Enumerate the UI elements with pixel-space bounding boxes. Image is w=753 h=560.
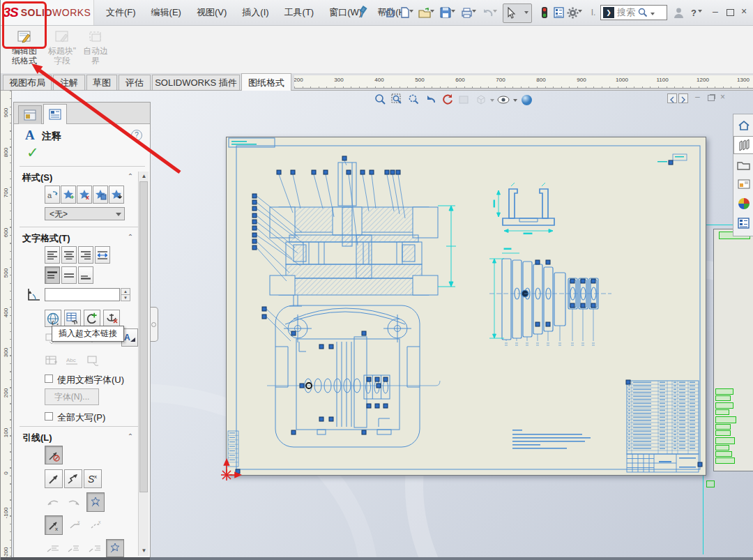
menu-item-0[interactable]: 文件(F) [98, 0, 144, 25]
lock-anchor-button[interactable] [103, 310, 120, 327]
print-dropdown[interactable] [472, 10, 476, 13]
style-dropdown[interactable]: <无> [45, 207, 125, 220]
print-button[interactable] [459, 5, 473, 20]
no-style-button[interactable]: a [45, 186, 60, 204]
undo-button[interactable] [480, 5, 494, 20]
angle-input[interactable] [45, 288, 120, 301]
login-user-icon[interactable] [671, 5, 685, 20]
justify-button[interactable] [95, 246, 110, 264]
new-document-button[interactable] [398, 5, 412, 20]
search-commands-icon[interactable]: ❯ [603, 7, 614, 18]
format-painter-icon[interactable] [85, 352, 102, 369]
search-icon[interactable] [638, 8, 648, 17]
link-to-property-button[interactable] [64, 310, 81, 327]
load-style-button[interactable] [109, 186, 124, 204]
panel-help-icon[interactable]: ? [131, 130, 142, 141]
leader-left-text-icon[interactable] [45, 540, 61, 557]
tab-3[interactable]: 评估 [119, 75, 151, 90]
graphics-area[interactable]: 9008007006005004003002001000-100-200 – × [1, 91, 753, 557]
scrollbar-thumb[interactable] [139, 181, 148, 492]
doc-minimize-icon[interactable]: – [695, 92, 700, 102]
property-manager-tab[interactable] [43, 104, 67, 124]
no-leader-button[interactable] [45, 446, 63, 464]
angle-spin-down[interactable]: ▼ [121, 294, 130, 301]
auto-leader-button[interactable] [86, 492, 105, 512]
ok-button[interactable]: ✓ [26, 144, 39, 161]
menu-item-4[interactable]: 工具(T) [277, 0, 322, 25]
home-tab-icon[interactable] [734, 116, 753, 135]
panel-scrollbar[interactable]: ▲ ▼ [138, 172, 149, 556]
section-view-icon[interactable] [457, 93, 471, 107]
arc-leader-left-icon[interactable] [45, 494, 61, 510]
minimize-button[interactable]: – [709, 6, 722, 17]
search-box[interactable]: ❯ 搜索 [600, 5, 667, 20]
spline-leader-button[interactable]: Sx [84, 469, 102, 488]
drawing-sheet[interactable] [226, 137, 706, 476]
select-tool-button[interactable] [503, 3, 532, 23]
scroll-up-icon[interactable]: ▲ [139, 172, 149, 181]
align-left-button[interactable] [45, 246, 60, 264]
search-dropdown[interactable] [651, 13, 655, 15]
doc-close-icon[interactable]: × [720, 92, 725, 102]
appearance-scene-icon[interactable] [519, 93, 534, 107]
view-palette-icon[interactable] [734, 175, 753, 193]
leader-section-header[interactable]: 引线(L) [22, 432, 52, 444]
properties-icon[interactable] [552, 5, 565, 20]
menu-item-3[interactable]: 插入(I) [234, 0, 276, 25]
align-center-button[interactable] [61, 246, 77, 264]
view-orientation-dropdown[interactable] [490, 99, 494, 102]
appearances-icon[interactable] [734, 195, 753, 213]
doc-next-icon[interactable] [678, 93, 688, 103]
close-button[interactable]: × [738, 6, 750, 17]
use-document-font-checkbox[interactable] [45, 374, 53, 383]
doc-prev-icon[interactable] [667, 93, 677, 103]
underline-leader-x-icon[interactable]: x [88, 516, 105, 533]
style-collapse-icon[interactable]: ⌃ [126, 172, 135, 180]
leader-collapse-icon[interactable]: ⌃ [126, 432, 135, 440]
tab-4[interactable]: SOLIDWORKS 插件 [152, 75, 240, 90]
performance-icon[interactable] [538, 5, 552, 20]
home-button[interactable] [383, 5, 397, 20]
align-middle-button[interactable] [61, 266, 77, 284]
leader-right-text-icon[interactable] [86, 540, 103, 557]
abc-spell-icon[interactable]: Abc [64, 352, 81, 369]
feature-manager-tab[interactable] [18, 105, 42, 124]
doc-restore-icon[interactable] [708, 95, 715, 101]
file-explorer-icon[interactable] [734, 156, 753, 174]
save-dropdown[interactable] [451, 10, 455, 13]
align-top-button[interactable] [45, 266, 60, 284]
tab-2[interactable]: 草图 [86, 75, 117, 90]
menu-item-1[interactable]: 编辑(E) [144, 0, 189, 25]
add-symbol-button[interactable] [84, 310, 100, 327]
insert-hyperlink-button[interactable] [45, 310, 61, 327]
tab-0[interactable]: 视图布局 [3, 75, 52, 90]
all-caps-checkbox[interactable] [45, 412, 53, 421]
title-block-fields-button[interactable]: 标题块" 字段 [45, 29, 79, 70]
open-document-dropdown[interactable] [430, 10, 434, 13]
open-document-button[interactable] [418, 5, 432, 20]
text-format-section-header[interactable]: 文字格式(T) [22, 232, 70, 245]
scroll-down-icon[interactable]: ▼ [139, 546, 149, 555]
new-document-dropdown[interactable] [409, 10, 413, 13]
pin-menu-icon[interactable] [358, 6, 369, 21]
leader-center-text-icon[interactable] [66, 540, 82, 557]
hide-show-dropdown[interactable] [513, 99, 517, 102]
design-library-models-icon[interactable] [733, 136, 753, 154]
options-dropdown[interactable] [578, 10, 582, 13]
style-section-header[interactable]: 样式(S) [22, 172, 52, 184]
help-button[interactable]: ? [687, 5, 701, 20]
undo-dropdown[interactable] [493, 10, 497, 13]
zoom-to-fit-icon[interactable] [373, 93, 388, 107]
hide-show-items-icon[interactable] [496, 93, 511, 107]
text-format-collapse-icon[interactable]: ⌃ [126, 233, 135, 241]
custom-properties-icon[interactable] [734, 214, 753, 232]
arc-leader-right-icon[interactable] [66, 494, 82, 510]
zoom-in-out-icon[interactable] [406, 93, 421, 107]
align-right-button[interactable] [78, 246, 93, 264]
redraw-icon[interactable] [440, 93, 455, 107]
multi-jog-leader-button[interactable] [64, 469, 82, 488]
bent-leader-x-icon[interactable]: x [67, 516, 84, 533]
select-dropdown[interactable] [524, 11, 528, 14]
help-dropdown[interactable] [698, 10, 702, 13]
tab-5[interactable]: 图纸格式 [241, 73, 291, 91]
